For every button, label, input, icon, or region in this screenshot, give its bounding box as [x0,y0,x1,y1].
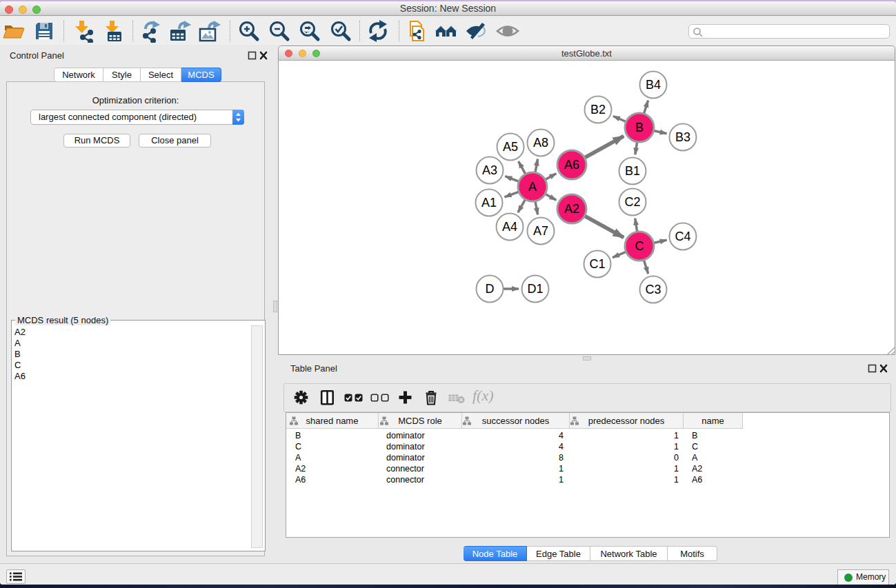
svg-text:D: D [486,282,495,296]
svg-text:B3: B3 [675,130,690,144]
svg-text:A1: A1 [481,196,497,210]
svg-text:A7: A7 [533,224,548,238]
svg-text:A3: A3 [482,163,497,177]
svg-text:A2: A2 [564,202,579,216]
svg-text:C1: C1 [589,257,605,271]
svg-text:C3: C3 [645,283,661,296]
svg-text:A: A [528,180,537,194]
svg-text:B1: B1 [625,164,640,178]
svg-text:C4: C4 [675,230,690,243]
svg-text:A8: A8 [533,136,548,150]
svg-text:D1: D1 [527,282,543,296]
svg-text:C: C [635,239,644,253]
svg-text:C2: C2 [624,195,640,209]
svg-text:B4: B4 [646,78,661,92]
svg-text:B: B [635,121,644,134]
svg-text:B2: B2 [590,103,606,116]
svg-text:A6: A6 [564,158,579,172]
svg-text:A4: A4 [502,220,517,234]
svg-text:A5: A5 [503,140,518,154]
